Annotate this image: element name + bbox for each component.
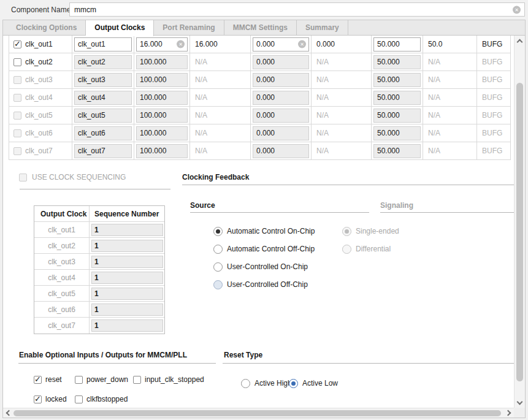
clk-out7-label: clk_out7 xyxy=(25,147,53,155)
output-freq-input[interactable]: 16.000✕ xyxy=(136,37,188,52)
clk-out1-enable-checkbox[interactable]: ✓ xyxy=(13,40,21,48)
clk-out3-enable-checkbox xyxy=(13,76,21,84)
radio-differential xyxy=(342,245,351,254)
clk-out6-label: clk_out6 xyxy=(25,129,53,137)
input-clk-stopped-checkbox[interactable] xyxy=(133,376,141,384)
horizontal-scrollbar-thumb[interactable] xyxy=(13,410,501,416)
clear-icon[interactable]: ✕ xyxy=(513,6,521,13)
freq-actual-cell: N/A xyxy=(190,71,251,88)
locked-checkbox[interactable]: ✓ xyxy=(34,395,42,403)
check-icon: ✓ xyxy=(14,39,21,48)
clk-out4-enable-checkbox xyxy=(13,94,21,102)
sequence-number-input: 1 xyxy=(91,224,163,236)
radio-automatic-control-off-chip[interactable] xyxy=(213,245,223,254)
reset-type-title: Reset Type xyxy=(224,351,262,359)
duty-actual-cell: N/A xyxy=(423,124,477,142)
output-clock-header: Output Clock xyxy=(34,206,90,221)
scrollbar-corner xyxy=(514,408,525,418)
divider xyxy=(18,363,216,364)
freq-actual-cell: N/A xyxy=(190,107,251,124)
clkfbstopped-checkbox[interactable] xyxy=(75,395,83,403)
output-clocks-panel: ✓ clk_out1 clk_out1 16.000✕ 16.000 0.000… xyxy=(2,35,526,418)
clk-out6-enable-checkbox xyxy=(13,129,21,137)
sequence-row: clk_out1 1 xyxy=(34,222,164,238)
duty-cycle-input[interactable]: 50.000 xyxy=(373,37,421,52)
phase-actual-cell: N/A xyxy=(312,107,372,124)
component-name-value: mmcm xyxy=(74,6,96,14)
freq-actual-cell: N/A xyxy=(190,142,251,159)
component-name-bar: Component Name mmcm ✕ xyxy=(0,0,528,20)
divider xyxy=(190,212,369,213)
freq-actual-cell: N/A xyxy=(190,124,251,142)
tab-clocking-options[interactable]: Clocking Options xyxy=(7,20,86,36)
sequence-number-input: 1 xyxy=(91,288,163,300)
duty-cycle-input: 50.000 xyxy=(373,109,421,123)
use-clock-sequencing-checkbox: USE CLOCK SEQUENCING xyxy=(19,173,126,181)
drives-select: BUFG xyxy=(477,53,511,71)
freq-actual-cell: N/A xyxy=(190,89,251,106)
phase-input: 0.000 xyxy=(253,126,309,140)
scroll-right-icon[interactable] xyxy=(505,410,511,416)
phase-input: 0.000 xyxy=(253,109,309,123)
phase-actual-cell: N/A xyxy=(312,71,372,88)
freq-actual-cell: N/A xyxy=(190,53,251,71)
duty-cycle-input: 50.000 xyxy=(373,91,421,105)
radio-automatic-control-on-chip[interactable] xyxy=(213,227,223,236)
tab-port-renaming[interactable]: Port Renaming xyxy=(154,20,224,36)
drives-select: BUFG xyxy=(477,89,511,106)
scroll-down-icon[interactable] xyxy=(517,399,523,405)
clear-icon[interactable]: ✕ xyxy=(177,40,185,48)
sequence-row: clk_out7 1 xyxy=(34,318,164,334)
vertical-scrollbar-thumb[interactable] xyxy=(516,83,523,381)
sequence-row: clk_out2 1 xyxy=(34,238,164,254)
check-icon: ✓ xyxy=(34,394,41,403)
sequence-number-header: Sequence Number xyxy=(90,206,165,221)
duty-cycle-input: 50.000 xyxy=(373,144,421,158)
component-name-label: Component Name xyxy=(11,6,71,14)
clk-out1-label: clk_out1 xyxy=(25,40,53,48)
phase-input[interactable]: 0.000✕ xyxy=(253,37,309,52)
duty-cycle-input: 50.000 xyxy=(373,73,421,87)
clk-out2-enable-checkbox[interactable] xyxy=(13,58,21,66)
radio-active-low[interactable] xyxy=(289,379,298,388)
clear-icon[interactable]: ✕ xyxy=(298,40,306,48)
phase-input: 0.000 xyxy=(253,55,309,69)
table-row-clk-out2: clk_out2 clk_out2 100.000 N/A 0.000 N/A … xyxy=(9,53,511,71)
phase-actual-cell: 0.000 xyxy=(312,36,372,53)
output-freq-input: 100.000 xyxy=(136,55,188,69)
freq-actual-cell: 16.000 xyxy=(190,36,251,53)
duty-cycle-input: 50.000 xyxy=(373,55,421,69)
duty-actual-cell: N/A xyxy=(423,53,477,71)
drives-select: BUFG xyxy=(477,107,511,124)
sequence-number-input: 1 xyxy=(91,304,163,316)
radio-active-high[interactable] xyxy=(241,379,250,388)
clk-out4-label: clk_out4 xyxy=(25,93,53,102)
tab-output-clocks[interactable]: Output Clocks xyxy=(86,20,154,36)
phase-input: 0.000 xyxy=(253,73,309,87)
sequence-row: clk_out5 1 xyxy=(34,286,164,302)
vertical-scrollbar[interactable] xyxy=(514,36,525,408)
port-name-input: clk_out2 xyxy=(74,55,132,69)
sequence-row: clk_out3 1 xyxy=(34,254,164,270)
port-name-input: clk_out4 xyxy=(74,91,132,105)
phase-actual-cell: N/A xyxy=(312,53,372,71)
radio-user-controlled-on-chip[interactable] xyxy=(213,262,223,272)
reset-checkbox[interactable]: ✓ xyxy=(34,376,42,384)
port-name-input[interactable]: clk_out1 xyxy=(74,37,132,52)
duty-actual-cell: N/A xyxy=(423,107,477,124)
power-down-checkbox[interactable] xyxy=(75,376,83,384)
sequence-number-input: 1 xyxy=(91,272,163,284)
scroll-left-icon[interactable] xyxy=(6,410,12,416)
scroll-up-icon[interactable] xyxy=(517,39,523,45)
optional-io-title: Enable Optional Inputs / Outputs for MMC… xyxy=(19,351,187,359)
component-name-input[interactable]: mmcm ✕ xyxy=(69,2,525,17)
radio-user-controlled-off-chip[interactable] xyxy=(213,280,223,289)
horizontal-scrollbar[interactable] xyxy=(3,408,514,418)
sequence-number-input: 1 xyxy=(91,256,163,268)
table-row-clk-out7: clk_out7 clk_out7 100.000 N/A 0.000 N/A … xyxy=(9,142,511,160)
tab-mmcm-settings[interactable]: MMCM Settings xyxy=(224,20,297,36)
output-freq-input: 100.000 xyxy=(136,73,188,87)
drives-select[interactable]: BUFG xyxy=(477,36,511,53)
sequence-row: clk_out6 1 xyxy=(34,302,164,318)
tab-summary[interactable]: Summary xyxy=(297,20,348,36)
